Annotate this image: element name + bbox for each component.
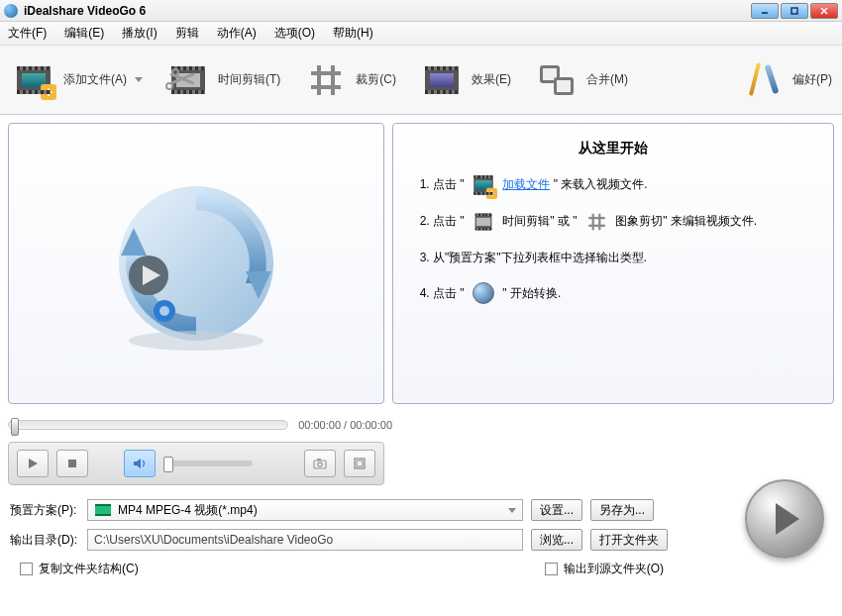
preferences-button[interactable]: 偏好(P) bbox=[739, 58, 832, 102]
play-icon bbox=[776, 503, 799, 535]
start-title: 从这里开始 bbox=[411, 140, 815, 157]
add-file-button[interactable]: + 添加文件(A) bbox=[10, 58, 143, 102]
add-file-label: 添加文件(A) bbox=[63, 71, 127, 88]
profile-value: MP4 MPEG-4 视频(*.mp4) bbox=[118, 502, 258, 519]
menu-options[interactable]: 选项(O) bbox=[274, 25, 315, 42]
svg-rect-17 bbox=[317, 459, 321, 461]
profile-label: 预置方案(P): bbox=[10, 502, 79, 519]
output-label: 输出目录(D): bbox=[10, 532, 79, 549]
fullscreen-button[interactable] bbox=[344, 450, 375, 477]
play-button[interactable] bbox=[17, 450, 49, 477]
app-icon bbox=[4, 4, 18, 18]
title-bar: iDealshare VideoGo 6 bbox=[0, 0, 842, 22]
time-display: 00:00:00 / 00:00:00 bbox=[298, 419, 392, 431]
load-file-link[interactable]: 加载文件 bbox=[502, 177, 550, 191]
stop-button[interactable] bbox=[56, 450, 88, 477]
crop-icon bbox=[588, 213, 603, 230]
chevron-down-icon bbox=[508, 508, 516, 513]
crop-button[interactable]: 裁剪(C) bbox=[302, 58, 396, 102]
output-row: 输出目录(D): C:\Users\XU\Documents\iDealshar… bbox=[10, 529, 832, 551]
svg-rect-21 bbox=[95, 504, 111, 506]
trim-label: 时间剪辑(T) bbox=[218, 71, 280, 88]
step-4: 点击 " " 开始转换. bbox=[433, 282, 815, 305]
svg-point-10 bbox=[159, 306, 169, 316]
step-2: 点击 " 时间剪辑" 或 " 图象剪切" 来编辑视频文件. bbox=[433, 210, 815, 233]
add-file-icon: + bbox=[17, 66, 51, 94]
start-panel: 从这里开始 点击 " + 加载文件 " 来载入视频文件. 点击 " 时间剪辑" … bbox=[392, 123, 834, 404]
seek-track[interactable] bbox=[8, 420, 288, 430]
open-folder-button[interactable]: 打开文件夹 bbox=[590, 529, 668, 551]
app-logo-3d bbox=[97, 164, 295, 362]
settings-button[interactable]: 设置... bbox=[531, 499, 582, 521]
effect-button[interactable]: 效果(E) bbox=[418, 58, 511, 102]
volume-button[interactable] bbox=[124, 450, 156, 477]
convert-button[interactable] bbox=[745, 479, 824, 559]
svg-rect-19 bbox=[357, 461, 363, 466]
playback-controls bbox=[8, 442, 384, 485]
copy-structure-checkbox[interactable]: 复制文件夹结构(C) bbox=[20, 561, 139, 577]
svg-marker-14 bbox=[134, 459, 141, 468]
merge-label: 合并(M) bbox=[586, 71, 628, 88]
output-to-source-checkbox[interactable]: 输出到源文件夹(O) bbox=[545, 561, 664, 577]
scissors-icon bbox=[165, 64, 201, 94]
menu-action[interactable]: 动作(A) bbox=[217, 25, 257, 42]
close-button[interactable] bbox=[810, 3, 838, 19]
browse-button[interactable]: 浏览... bbox=[531, 529, 582, 551]
step-1: 点击 " + 加载文件 " 来载入视频文件. bbox=[433, 173, 815, 196]
effect-label: 效果(E) bbox=[472, 71, 511, 88]
add-file-icon: + bbox=[474, 175, 493, 195]
menu-help[interactable]: 帮助(H) bbox=[333, 25, 373, 42]
window-title: iDealshare VideoGo 6 bbox=[24, 4, 751, 18]
chevron-down-icon[interactable] bbox=[135, 77, 143, 82]
svg-rect-13 bbox=[68, 460, 76, 467]
profile-select[interactable]: MP4 MPEG-4 视频(*.mp4) bbox=[87, 499, 523, 521]
pref-label: 偏好(P) bbox=[792, 71, 832, 88]
merge-icon bbox=[540, 65, 574, 95]
menu-edit[interactable]: 编辑(E) bbox=[64, 25, 104, 42]
trim-button[interactable]: 时间剪辑(T) bbox=[164, 58, 280, 102]
convert-sphere-icon bbox=[473, 282, 494, 304]
seek-bar: 00:00:00 / 00:00:00 bbox=[8, 412, 392, 438]
effect-icon bbox=[425, 66, 459, 94]
crop-label: 裁剪(C) bbox=[356, 71, 396, 88]
menu-bar: 文件(F) 编辑(E) 播放(I) 剪辑 动作(A) 选项(O) 帮助(H) bbox=[0, 22, 842, 46]
menu-file[interactable]: 文件(F) bbox=[8, 25, 47, 42]
step-3: 从"预置方案"下拉列表框中选择输出类型. bbox=[433, 247, 815, 268]
merge-button[interactable]: 合并(M) bbox=[533, 58, 628, 102]
minimize-button[interactable] bbox=[751, 3, 779, 19]
tools-icon bbox=[745, 60, 781, 100]
volume-slider[interactable] bbox=[163, 461, 253, 466]
snapshot-button[interactable] bbox=[304, 450, 336, 477]
output-path-field[interactable]: C:\Users\XU\Documents\iDealshare VideoGo bbox=[87, 529, 523, 551]
toolbar: + 添加文件(A) 时间剪辑(T) 裁剪(C) 效果(E) 合并(M) 偏好(P… bbox=[0, 46, 842, 115]
svg-point-16 bbox=[318, 462, 322, 466]
menu-clip[interactable]: 剪辑 bbox=[175, 25, 199, 42]
profile-row: 预置方案(P): MP4 MPEG-4 视频(*.mp4) 设置... 另存为.… bbox=[10, 499, 832, 521]
svg-marker-12 bbox=[29, 459, 38, 468]
film-icon bbox=[475, 213, 492, 230]
menu-play[interactable]: 播放(I) bbox=[122, 25, 157, 42]
svg-rect-22 bbox=[95, 514, 111, 516]
crop-icon bbox=[311, 65, 341, 95]
preview-panel bbox=[8, 123, 384, 404]
maximize-button[interactable] bbox=[781, 3, 808, 19]
svg-point-11 bbox=[129, 331, 263, 351]
svg-rect-1 bbox=[791, 8, 797, 14]
save-as-button[interactable]: 另存为... bbox=[590, 499, 654, 521]
